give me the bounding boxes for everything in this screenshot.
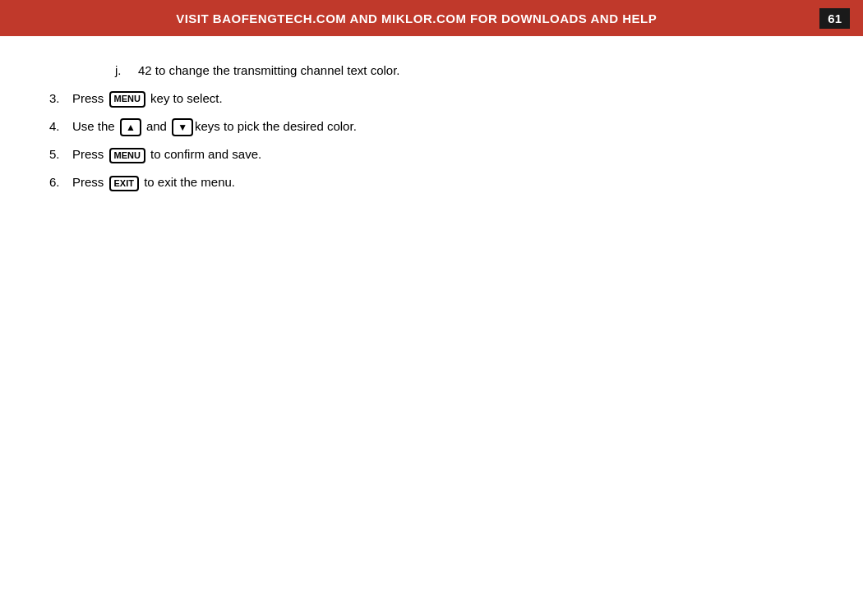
header-title: VISIT BAOFENGTECH.COM AND MIKLOR.COM FOR… [13, 11, 819, 25]
list-item-5: 5. Press MENU to confirm and save. [49, 145, 814, 164]
list-text-5: Press MENU to confirm and save. [72, 145, 814, 164]
list-text-6: Press EXIT to exit the menu. [72, 172, 814, 192]
menu-key-badge-5: MENU [109, 148, 145, 163]
list-number-4: 4. [49, 117, 72, 136]
up-arrow-key-badge: ▲ [120, 118, 141, 137]
list-number-6: 6. [49, 172, 72, 192]
list-item-6: 6. Press EXIT to exit the menu. [49, 172, 814, 192]
list-number-3: 3. [49, 89, 72, 108]
list-text-4: Use the ▲ and ▼keys to pick the desired … [72, 117, 814, 136]
list-number-5: 5. [49, 145, 72, 164]
list-item-3: 3. Press MENU key to select. [49, 89, 814, 108]
down-arrow-key-badge: ▼ [172, 118, 193, 137]
list-text-3: Press MENU key to select. [72, 89, 814, 108]
list-item-4: 4. Use the ▲ and ▼keys to pick the desir… [49, 117, 814, 136]
exit-key-badge: EXIT [109, 176, 139, 191]
page-number-box: 61 [819, 8, 850, 29]
header-bar: VISIT BAOFENGTECH.COM AND MIKLOR.COM FOR… [0, 0, 863, 36]
sub-item-label: j. [115, 61, 138, 80]
sub-item-text: 42 to change the transmitting channel te… [138, 61, 814, 80]
sub-item-j: j. 42 to change the transmitting channel… [49, 61, 814, 80]
content-area: j. 42 to change the transmitting channel… [0, 36, 863, 225]
menu-key-badge-3: MENU [109, 91, 145, 107]
